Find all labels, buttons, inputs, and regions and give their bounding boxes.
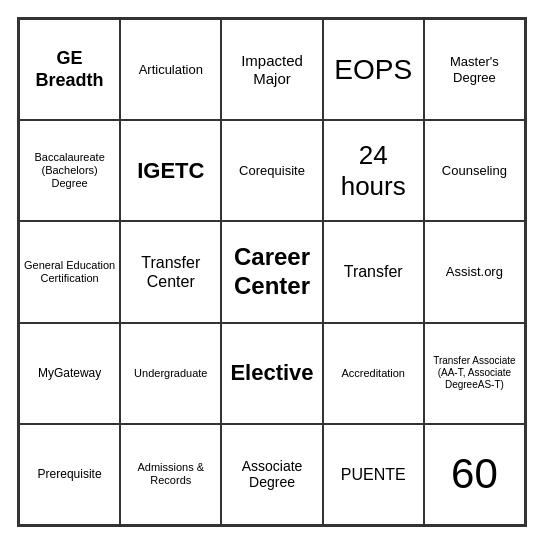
cell-r2c4: Assist.org: [424, 221, 525, 322]
cell-r0c0: GE Breadth: [19, 19, 120, 120]
cell-r3c2: Elective: [221, 323, 322, 424]
cell-r3c1: Undergraduate: [120, 323, 221, 424]
cell-r4c4: 60: [424, 424, 525, 525]
bingo-grid: GE Breadth Articulation Impacted Major E…: [19, 19, 525, 525]
cell-r1c1: IGETC: [120, 120, 221, 221]
cell-r0c4: Master's Degree: [424, 19, 525, 120]
cell-r2c1: Transfer Center: [120, 221, 221, 322]
cell-r1c2: Corequisite: [221, 120, 322, 221]
cell-r1c3: 24 hours: [323, 120, 424, 221]
cell-r2c3: Transfer: [323, 221, 424, 322]
cell-r1c0: Baccalaureate (Bachelors) Degree: [19, 120, 120, 221]
cell-r4c0: Prerequisite: [19, 424, 120, 525]
cell-r2c0: General Education Certification: [19, 221, 120, 322]
cell-r0c1: Articulation: [120, 19, 221, 120]
cell-r0c3: EOPS: [323, 19, 424, 120]
cell-r2c2: Career Center: [221, 221, 322, 322]
cell-r1c4: Counseling: [424, 120, 525, 221]
cell-r4c1: Admissions & Records: [120, 424, 221, 525]
cell-r4c3: PUENTE: [323, 424, 424, 525]
cell-r3c4: Transfer Associate (AA-T, Associate Degr…: [424, 323, 525, 424]
cell-r4c2: Associate Degree: [221, 424, 322, 525]
cell-r0c2: Impacted Major: [221, 19, 322, 120]
cell-r3c3: Accreditation: [323, 323, 424, 424]
cell-r3c0: MyGateway: [19, 323, 120, 424]
bingo-board: GE Breadth Articulation Impacted Major E…: [17, 17, 527, 527]
